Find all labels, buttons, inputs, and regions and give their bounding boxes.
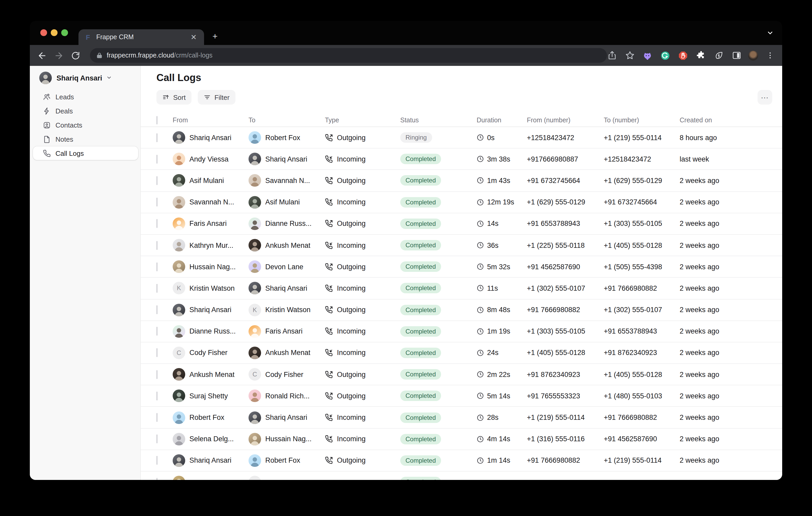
from-number: +1 (316) 555-0116 [527, 435, 604, 443]
column-header-duration[interactable]: Duration [476, 117, 527, 124]
column-header-created-on[interactable]: Created on [679, 117, 774, 124]
user-menu[interactable]: Shariq Ansari [39, 71, 112, 85]
call-log-row[interactable]: Dianne Russ... Faris Ansari Incoming Com… [141, 321, 782, 342]
row-checkbox[interactable] [156, 176, 157, 185]
from-name: Selena Delg... [190, 435, 234, 443]
from-person: Robert Fox [173, 411, 249, 424]
github-octocat-extension-icon[interactable] [641, 50, 654, 61]
duration-value: 4m 14s [487, 435, 511, 443]
row-checkbox[interactable] [156, 284, 157, 293]
call-log-row[interactable]: Selena Delg... Hussain Nag... Incoming C… [141, 428, 782, 450]
duration-cell: 1m 19s [476, 328, 527, 335]
sort-button[interactable]: Sort [156, 90, 192, 104]
row-checkbox[interactable] [156, 456, 157, 465]
zoom-window-button[interactable] [61, 29, 68, 36]
row-checkbox[interactable] [156, 392, 157, 400]
new-tab-button[interactable]: + [212, 32, 218, 41]
column-header-to[interactable]: To [249, 117, 325, 124]
row-checkbox[interactable] [156, 305, 157, 314]
sidebar-item-leads[interactable]: Leads [33, 90, 138, 103]
call-log-row[interactable]: Andy Viessa Shariq Ansari Incoming Compl… [141, 149, 782, 170]
row-checkbox[interactable] [156, 133, 157, 142]
call-type-label: Outgoing [337, 220, 366, 228]
row-checkbox[interactable] [156, 241, 157, 250]
sidebar-item-contacts[interactable]: Contacts [33, 118, 138, 132]
row-checkbox[interactable] [156, 413, 157, 422]
browser-menu-kebab-icon[interactable] [764, 50, 776, 61]
row-checkbox[interactable] [156, 434, 157, 443]
sidebar-item-call-logs[interactable]: Call Logs [33, 146, 138, 160]
clock-icon [476, 220, 484, 227]
call-log-row[interactable]: Asif Mulani Savannah N... Outgoing Compl… [141, 170, 782, 192]
call-log-row[interactable]: C Cody Fisher Ankush Menat Incoming Comp… [141, 342, 782, 364]
column-header-to-number[interactable]: To (number) [604, 117, 679, 124]
column-header-type[interactable]: Type [325, 117, 400, 124]
tab-search-chevron-icon[interactable] [766, 29, 774, 39]
tab-close-icon[interactable]: ✕ [188, 32, 199, 42]
back-button[interactable] [36, 50, 48, 61]
extensions-puzzle-icon[interactable] [695, 50, 707, 61]
call-log-row[interactable]: Kathryn Mur... Ankush Menat Incoming Com… [141, 235, 782, 256]
sidebar-item-deals[interactable]: Deals [33, 104, 138, 118]
avatar-silhouette [173, 196, 185, 208]
call-log-row[interactable]: Ankush Menat C Cody Fisher Outgoing Comp… [141, 364, 782, 385]
row-checkbox[interactable] [156, 219, 157, 228]
from-name: Dianne Russ... [190, 328, 236, 335]
call-type-label: Outgoing [337, 133, 366, 142]
call-log-row[interactable]: K Kristin Watson Shariq Ansari Incoming … [141, 278, 782, 299]
call-log-row[interactable]: Suraj Shetty Ronald Rich... Outgoing Com… [141, 386, 782, 407]
side-panel-icon[interactable] [730, 50, 743, 61]
call-log-row[interactable]: Completed [141, 472, 782, 480]
grammarly-extension-icon[interactable] [659, 50, 671, 61]
call-log-row[interactable]: Savannah N... Asif Mulani Incoming Compl… [141, 192, 782, 213]
screen: F Frappe CRM ✕ + [0, 0, 812, 516]
from-number: +91 7666980882 [527, 457, 604, 464]
row-checkbox[interactable] [156, 348, 157, 357]
column-header-from-number[interactable]: From (number) [527, 117, 604, 124]
clock-icon [476, 392, 484, 400]
select-all-checkbox[interactable] [156, 116, 157, 124]
minimize-window-button[interactable] [51, 29, 58, 36]
avatar-silhouette [173, 153, 185, 165]
duration-value: 12m 19s [487, 198, 514, 206]
column-header-status[interactable]: Status [400, 117, 476, 124]
status-badge: Completed [400, 391, 441, 401]
from-avatar [173, 303, 185, 316]
row-checkbox[interactable] [156, 155, 157, 164]
list-more-button[interactable]: ... [758, 90, 772, 104]
call-log-row[interactable]: Shariq Ansari Robert Fox Outgoing Ringin… [141, 127, 782, 149]
browser-tab[interactable]: F Frappe CRM ✕ [79, 29, 204, 45]
created-on: 2 weeks ago [679, 435, 774, 443]
row-checkbox[interactable] [156, 262, 157, 271]
from-person: Asif Mulani [173, 174, 249, 187]
browser-profile-avatar[interactable] [748, 51, 758, 60]
reload-button[interactable] [69, 50, 82, 61]
bookmark-star-icon[interactable] [624, 50, 636, 61]
filter-button[interactable]: Filter [198, 90, 235, 104]
call-log-row[interactable]: Faris Ansari Dianne Russ... Outgoing Com… [141, 213, 782, 235]
to-avatar [249, 282, 261, 295]
adblock-extension-icon[interactable] [677, 50, 689, 61]
call-log-row[interactable]: Hussain Nag... Devon Lane Outgoing Compl… [141, 256, 782, 278]
avatar-silhouette [249, 433, 261, 445]
row-checkbox[interactable] [156, 198, 157, 207]
to-avatar: C [249, 368, 261, 381]
row-checkbox[interactable] [156, 370, 157, 379]
share-icon[interactable] [606, 50, 618, 61]
call-log-row[interactable]: Shariq Ansari K Kristin Watson Outgoing … [141, 299, 782, 321]
call-log-row[interactable]: Robert Fox Shariq Ansari Incoming Comple… [141, 407, 782, 428]
from-avatar [173, 368, 185, 381]
from-avatar [173, 196, 185, 208]
call-log-row[interactable]: Shariq Ansari Robert Fox Outgoing Comple… [141, 450, 782, 472]
forward-button[interactable] [53, 50, 65, 61]
leaf-extension-icon[interactable] [713, 50, 725, 61]
address-bar[interactable]: frappecrm.frappe.cloud/crm/call-logs [90, 48, 607, 63]
close-window-button[interactable] [40, 29, 47, 36]
duration-cell: 2m 22s [476, 370, 527, 378]
column-header-from[interactable]: From [173, 117, 249, 124]
row-checkbox[interactable] [156, 327, 157, 336]
sidebar-item-notes[interactable]: Notes [33, 132, 138, 146]
row-checkbox[interactable] [156, 478, 157, 480]
sort-label: Sort [173, 93, 186, 101]
from-name: Hussain Nag... [190, 263, 236, 271]
